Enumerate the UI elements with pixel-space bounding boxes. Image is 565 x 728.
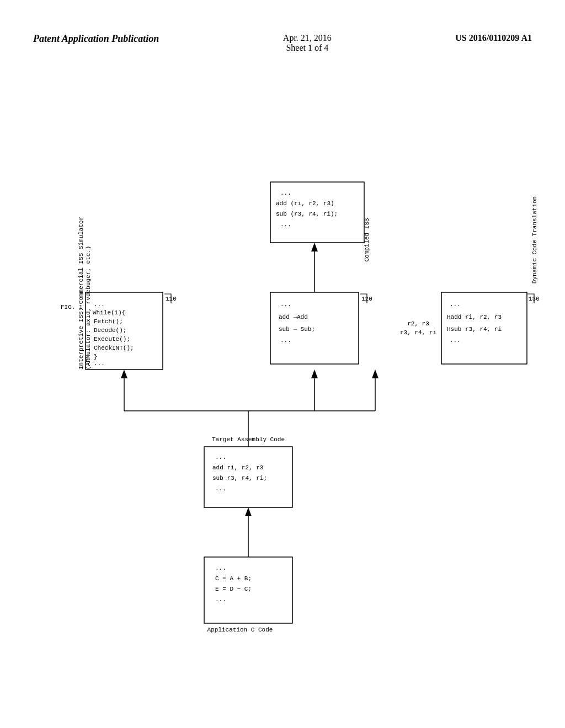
interp-dots1: ... bbox=[94, 301, 105, 308]
dynamic-line2: Hsub r3, r4, ri bbox=[447, 326, 502, 333]
compiled-line2: sub (r3, r4, ri); bbox=[276, 211, 338, 217]
diagram-svg: FIG. 1 ... C = A + B; E = D − C; ... App… bbox=[44, 77, 541, 700]
dynamic-annot1: r2, r3 bbox=[407, 320, 429, 327]
interp-line6: } bbox=[94, 354, 98, 360]
assembly-line2: sub r3, r4, ri; bbox=[212, 475, 267, 481]
c-code-line1: C = A + B; bbox=[215, 575, 252, 582]
assembly-dots2: ... bbox=[215, 485, 226, 492]
interp-line3: Decode(); bbox=[94, 327, 126, 334]
header-left: Patent Application Publication bbox=[33, 33, 159, 45]
c-code-label: Application C Code bbox=[207, 627, 273, 633]
interp-label2: (ARMulator: axid, rvdebuger, etc.) bbox=[85, 246, 92, 370]
inter-line2: sub → Sub; bbox=[279, 326, 315, 333]
dynamic-label: Dynamic Code Translation bbox=[531, 196, 538, 283]
compiled-label: Compiled ISS bbox=[364, 218, 370, 262]
compiled-line1: add (ri, r2, r3) bbox=[276, 200, 334, 207]
arrowhead-mid bbox=[311, 370, 318, 378]
c-code-line2: E = D − C; bbox=[215, 586, 252, 592]
interp-line5: CheckINT(); bbox=[94, 345, 134, 351]
interp-line1: While(1){ bbox=[93, 309, 125, 316]
dynamic-dots2: ... bbox=[450, 337, 461, 344]
dynamic-line1: Hadd ri, r2, r3 bbox=[447, 314, 502, 320]
arrowhead-inter-compiled bbox=[311, 243, 318, 251]
c-code-dots2: ... bbox=[215, 596, 226, 603]
header-center: Apr. 21, 2016 Sheet 1 of 4 bbox=[283, 33, 332, 53]
interp-label1: Interpretive ISS: Commercial ISS Simulat… bbox=[78, 217, 84, 370]
header: Patent Application Publication Apr. 21, … bbox=[0, 33, 565, 53]
header-right: US 2016/0110209 A1 bbox=[455, 33, 532, 43]
inter-dots1: ... bbox=[280, 301, 291, 308]
interp-dots2: ... bbox=[94, 360, 105, 367]
interp-line4: Execute(); bbox=[94, 336, 130, 342]
arrowhead-left bbox=[121, 370, 127, 378]
arrowhead-right bbox=[372, 370, 379, 378]
c-code-dots1: ... bbox=[215, 565, 226, 571]
inter-dots2: ... bbox=[280, 337, 291, 344]
compiled-dots1: ... bbox=[280, 190, 291, 196]
assembly-line1: add ri, r2, r3 bbox=[212, 464, 263, 471]
inter-line1: add →Add bbox=[279, 314, 308, 320]
dynamic-annot2: r3, r4, ri bbox=[400, 329, 436, 336]
page: Patent Application Publication Apr. 21, … bbox=[0, 0, 565, 728]
dynamic-dots1: ... bbox=[450, 301, 461, 308]
compiled-dots2: ... bbox=[280, 221, 291, 228]
interp-line2: Fetch(); bbox=[94, 318, 123, 325]
assembly-dots1: ... bbox=[215, 454, 226, 461]
arrowhead-ccode-assembly bbox=[245, 507, 252, 516]
